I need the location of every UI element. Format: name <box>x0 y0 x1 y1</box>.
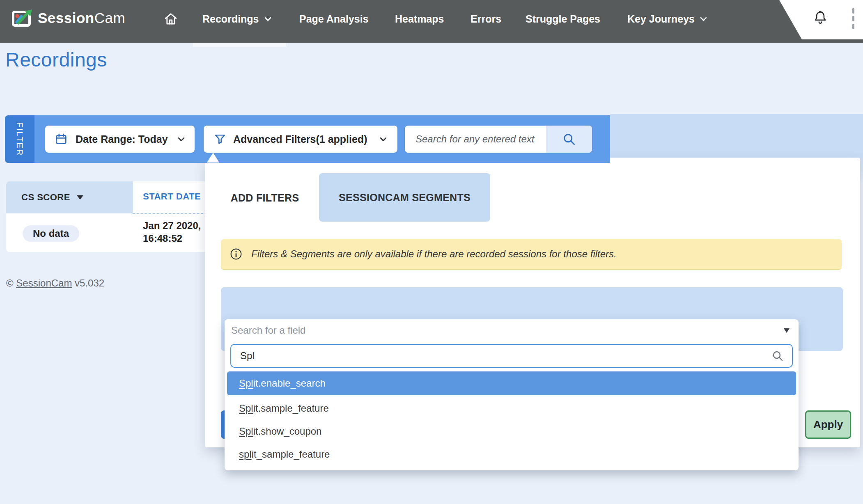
field-result-item[interactable]: Split.show_coupon <box>227 420 796 443</box>
nav-item-recordings[interactable]: Recordings <box>202 12 271 25</box>
brand-logo[interactable]: SessionCam <box>11 8 125 28</box>
sessioncam-app: SessionCam Recordings Page Analysis Heat… <box>0 0 863 504</box>
chevron-down-icon <box>178 137 185 142</box>
date-range-label: Date Range: Today <box>76 133 168 145</box>
date-range-button[interactable]: Date Range: Today <box>45 126 195 153</box>
calendar-icon <box>55 133 67 145</box>
home-icon <box>164 12 178 26</box>
nav-item-page-analysis[interactable]: Page Analysis <box>299 12 369 25</box>
text-search-input[interactable] <box>405 126 546 153</box>
search-icon <box>562 132 576 146</box>
notifications-button[interactable] <box>812 9 829 26</box>
apply-button[interactable]: Apply <box>805 410 851 439</box>
brand-name: SessionCam <box>38 10 125 26</box>
nav-item-label: Struggle Pages <box>526 13 600 25</box>
recordings-table: CS SCORE START DATE No data Jan 27 2020,… <box>6 181 207 252</box>
nav-item-errors[interactable]: Errors <box>471 12 501 25</box>
field-select-header[interactable]: Search for a field <box>225 319 799 341</box>
popover-arrow <box>207 153 219 163</box>
column-label: CS SCORE <box>21 192 70 203</box>
chevron-down-icon <box>700 17 707 21</box>
nav-item-label: Errors <box>471 13 501 25</box>
filter-toolbar: Date Range: Today Advanced Filters(1 app… <box>34 115 610 163</box>
page-title: Recordings <box>5 48 107 71</box>
field-result-item[interactable]: Split.sample_feature <box>227 397 796 420</box>
nav-corner-panel <box>779 0 863 39</box>
copyright-symbol: © <box>6 277 14 289</box>
text-search-button[interactable] <box>546 126 592 153</box>
active-tab-indicator <box>193 43 286 47</box>
sessioncam-link[interactable]: SessionCam <box>16 277 72 289</box>
advanced-filters-panel: ADD FILTERS SESSIONCAM SEGMENTS Filters … <box>205 158 860 447</box>
nav-item-key-journeys[interactable]: Key Journeys <box>627 12 707 25</box>
text-search-group <box>405 126 592 153</box>
footer: © SessionCam v5.032 <box>6 277 104 289</box>
nav-item-label: Recordings <box>202 13 259 25</box>
dropdown-arrow-icon <box>784 328 790 333</box>
nav-item-struggle-pages[interactable]: Struggle Pages <box>526 12 600 25</box>
field-select-placeholder: Search for a field <box>231 325 305 336</box>
kebab-menu-icon[interactable] <box>852 8 854 29</box>
chevron-down-icon <box>380 137 387 142</box>
filter-toggle-label: FILTER <box>15 122 25 156</box>
info-banner: Filters & Segments are only available if… <box>221 239 842 270</box>
field-result-item[interactable]: split_sample_feature <box>227 443 796 466</box>
field-search-box <box>230 344 793 368</box>
column-header-start-date[interactable]: START DATE <box>143 191 201 202</box>
sessioncam-logo-icon <box>11 8 34 28</box>
bell-icon <box>812 9 829 26</box>
chevron-down-icon <box>264 17 271 21</box>
nav-item-label: Key Journeys <box>627 13 695 25</box>
advanced-filters-button[interactable]: Advanced Filters(1 applied) <box>204 126 397 153</box>
field-search-input[interactable] <box>240 350 771 362</box>
funnel-icon <box>214 133 226 145</box>
top-nav: SessionCam Recordings Page Analysis Heat… <box>0 0 863 43</box>
column-header-cs-score[interactable]: CS SCORE <box>6 181 133 213</box>
nav-item-label: Page Analysis <box>299 13 369 25</box>
tab-add-filters[interactable]: ADD FILTERS <box>229 181 301 215</box>
tab-sessioncam-segments[interactable]: SESSIONCAM SEGMENTS <box>319 173 490 222</box>
sort-desc-icon <box>77 195 83 199</box>
cs-score-badge: No data <box>23 225 79 242</box>
nav-item-heatmaps[interactable]: Heatmaps <box>395 12 444 25</box>
search-icon <box>771 350 784 362</box>
info-banner-text: Filters & Segments are only available if… <box>251 248 617 260</box>
version-label: v5.032 <box>75 277 104 289</box>
header-divider <box>133 213 207 214</box>
filter-toggle-tab[interactable]: FILTER <box>5 115 34 163</box>
field-result-item[interactable]: Split.enable_search <box>227 371 796 395</box>
info-icon <box>230 248 242 260</box>
nav-home-button[interactable] <box>164 12 178 26</box>
start-date-cell: Jan 27 2020, 16:48:52 <box>143 219 201 245</box>
nav-item-label: Heatmaps <box>395 13 444 25</box>
field-search-dropdown: Search for a field Split.enable_search S… <box>225 319 799 470</box>
advanced-filters-label: Advanced Filters(1 applied) <box>233 133 367 145</box>
